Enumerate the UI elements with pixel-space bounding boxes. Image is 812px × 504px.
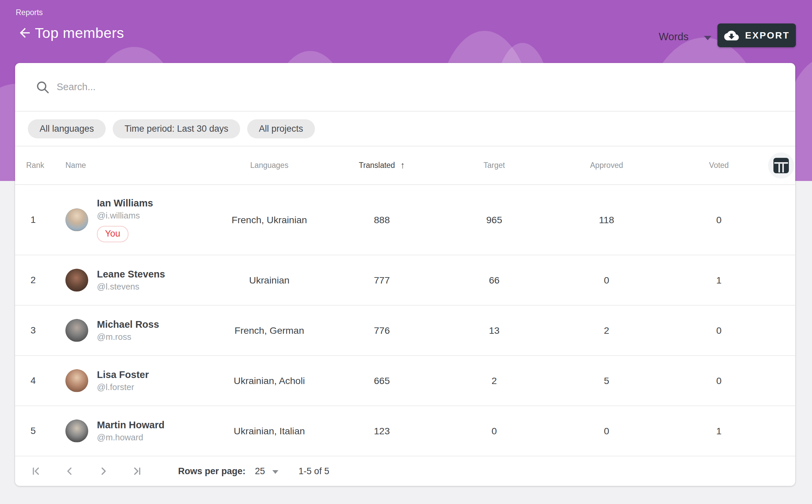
member-handle: @l.stevens — [97, 282, 165, 292]
chevron-left-icon — [64, 465, 75, 477]
member-name: Lisa Foster — [97, 369, 149, 380]
member-cell: Leane Stevens @l.stevens — [65, 269, 213, 292]
translated-count: 665 — [326, 375, 438, 386]
column-header-name[interactable]: Name — [65, 161, 213, 170]
member-name: Michael Ross — [97, 319, 159, 330]
table-row[interactable]: 4 Lisa Foster @l.forster Ukrainian, Acho… — [15, 356, 795, 406]
column-settings-button[interactable] — [768, 152, 794, 179]
previous-page-button[interactable] — [64, 465, 75, 477]
voted-count: 1 — [663, 275, 775, 286]
table-row[interactable]: 1 Ian Williams @i.williams You French, U… — [15, 185, 795, 255]
column-header-rank[interactable]: Rank — [15, 161, 65, 170]
member-languages: Ukrainian — [213, 275, 326, 286]
member-text: Martin Howard @m.howard — [97, 420, 164, 442]
member-handle: @m.ross — [97, 332, 159, 342]
member-cell: Ian Williams @i.williams You — [65, 198, 213, 242]
search-input[interactable] — [57, 81, 782, 92]
member-rank: 1 — [15, 214, 65, 225]
filter-chip-languages[interactable]: All languages — [28, 119, 106, 138]
back-button[interactable] — [16, 25, 34, 42]
member-text: Ian Williams @i.williams You — [97, 198, 153, 242]
breadcrumb-reports[interactable]: Reports — [16, 8, 43, 17]
member-cell: Martin Howard @m.howard — [65, 420, 213, 442]
member-handle: @l.forster — [97, 382, 149, 392]
column-header-target[interactable]: Target — [438, 161, 550, 170]
voted-count: 0 — [663, 214, 775, 226]
chevron-right-icon — [98, 465, 109, 477]
first-page-button[interactable] — [31, 465, 42, 477]
chevron-down-icon — [272, 470, 278, 474]
member-handle: @i.williams — [97, 211, 153, 220]
table-row[interactable]: 3 Michael Ross @m.ross French, German 77… — [15, 306, 795, 356]
avatar — [65, 369, 88, 392]
chevron-down-icon — [704, 36, 711, 40]
search-bar — [15, 63, 795, 112]
top-members-report-page: { "hero": { "breadcrumb": "Reports", "ti… — [0, 0, 812, 504]
column-header-translated-sorted[interactable]: Translated ↑ — [326, 160, 438, 171]
report-unit-value: Words — [659, 31, 689, 43]
member-languages: French, Ukrainian — [213, 214, 326, 226]
filter-chips-row: All languages Time period: Last 30 days … — [15, 112, 795, 146]
cloud-download-icon — [723, 29, 740, 42]
member-cell: Michael Ross @m.ross — [65, 319, 213, 342]
approved-count: 118 — [550, 214, 663, 226]
table-columns-icon — [773, 158, 789, 173]
next-page-button[interactable] — [98, 465, 109, 477]
translated-count: 776 — [326, 325, 438, 336]
page-title: Top members — [35, 25, 124, 41]
filter-chip-projects[interactable]: All projects — [247, 119, 315, 138]
table-row[interactable]: 2 Leane Stevens @l.stevens Ukrainian 777… — [15, 255, 795, 306]
table-row[interactable]: 5 Martin Howard @m.howard Ukrainian, Ita… — [15, 406, 795, 456]
column-header-languages[interactable]: Languages — [213, 161, 326, 170]
rows-per-page-label: Rows per page: — [178, 466, 246, 477]
column-header-voted[interactable]: Voted — [663, 161, 775, 170]
member-languages: Ukrainian, Acholi — [213, 375, 326, 386]
voted-count: 0 — [663, 325, 775, 336]
target-count: 66 — [438, 275, 550, 286]
member-name: Martin Howard — [97, 420, 164, 431]
member-rank: 2 — [15, 275, 65, 286]
rows-per-page-select[interactable]: 25 — [255, 466, 278, 477]
target-count: 13 — [438, 325, 550, 336]
member-cell: Lisa Foster @l.forster — [65, 369, 213, 392]
avatar — [65, 269, 88, 292]
pagination-bar: Rows per page: 25 1-5 of 5 — [15, 456, 795, 486]
member-name: Leane Stevens — [97, 269, 165, 280]
member-languages: Ukrainian, Italian — [213, 426, 326, 437]
search-icon — [35, 80, 50, 94]
approved-count: 0 — [550, 275, 663, 286]
member-text: Lisa Foster @l.forster — [97, 369, 149, 392]
top-members-card: All languages Time period: Last 30 days … — [15, 63, 795, 486]
export-button[interactable]: EXPORT — [717, 23, 796, 47]
approved-count: 2 — [550, 325, 663, 336]
member-languages: French, German — [213, 325, 326, 336]
target-count: 965 — [438, 214, 550, 226]
rows-per-page-value: 25 — [255, 466, 265, 477]
approved-count: 0 — [550, 426, 663, 437]
translated-count: 123 — [326, 426, 438, 437]
column-header-translated-label: Translated — [359, 161, 395, 170]
avatar — [65, 319, 88, 342]
report-unit-dropdown[interactable]: Words — [659, 28, 711, 46]
arrow-left-icon — [17, 25, 32, 42]
first-page-icon — [31, 465, 42, 477]
pagination-range: 1-5 of 5 — [299, 466, 329, 477]
voted-count: 0 — [663, 375, 775, 386]
voted-count: 1 — [663, 426, 775, 437]
column-header-approved[interactable]: Approved — [550, 161, 663, 170]
filter-chip-time-period[interactable]: Time period: Last 30 days — [113, 119, 240, 138]
export-button-label: EXPORT — [745, 30, 790, 41]
member-rank: 5 — [15, 426, 65, 436]
approved-count: 5 — [550, 375, 663, 386]
member-rank: 4 — [15, 375, 65, 386]
table-header-row: Rank Name Languages Translated ↑ Target … — [15, 146, 795, 185]
target-count: 0 — [438, 426, 550, 437]
translated-count: 777 — [326, 275, 438, 286]
member-name: Ian Williams — [97, 198, 153, 209]
avatar — [65, 208, 88, 231]
sort-ascending-arrow-icon: ↑ — [400, 160, 405, 171]
last-page-button[interactable] — [131, 465, 143, 477]
avatar — [65, 420, 88, 442]
last-page-icon — [131, 465, 143, 477]
member-text: Leane Stevens @l.stevens — [97, 269, 165, 292]
